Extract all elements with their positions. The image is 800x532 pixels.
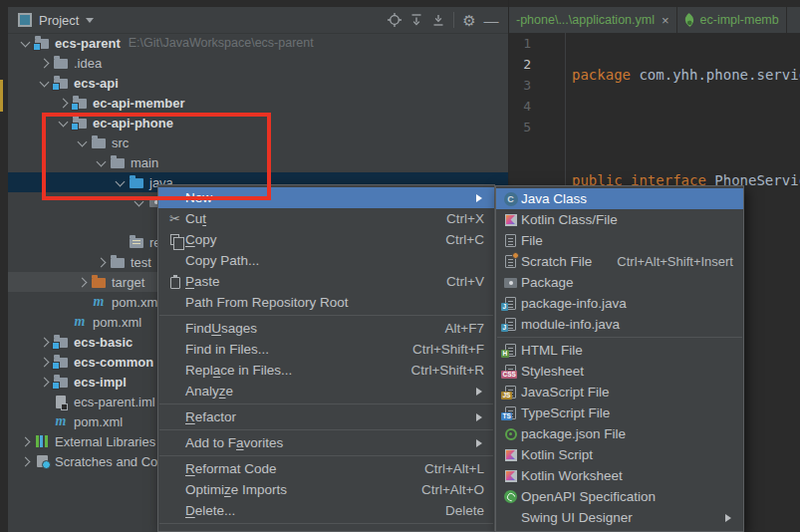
submenu-item-kotlin-script[interactable]: Kotlin Script [496,444,743,465]
kotlin-icon [502,211,519,228]
tree-row-ecs-parent[interactable]: ecs-parent E:\Git\JavaWorkspace\ecs-pare… [8,33,508,53]
locate-file-icon[interactable] [384,9,405,31]
menu-item-find-in-files[interactable]: Find in Files... Ctrl+Shift+F [158,339,494,360]
project-panel-header[interactable]: Project ⚙ — [8,7,508,34]
submenu-item-file[interactable]: File [496,230,743,251]
menu-separator [159,455,493,456]
chevron-right-icon[interactable] [94,252,110,272]
submenu-item-stylesheet[interactable]: CSS Stylesheet [496,361,743,382]
module-folder-icon [53,73,69,93]
code-line-2 [572,118,800,138]
no-icon [502,509,519,526]
submenu-item-editorconfig[interactable]: ⚙ EditorConfig File [496,528,743,532]
submenu-item-kotlin-worksheet[interactable]: Kotlin Worksheet [496,465,743,486]
submenu-item-package-info[interactable]: J package-info.java [496,293,743,314]
editor-tab-bar: -phone\...\application.yml × ec-impl-mem… [509,7,800,33]
menu-item-add-to-favorites[interactable]: Add to Favorites [158,432,494,453]
submenu-item-module-info[interactable]: J module-info.java [496,314,743,335]
tree-row-ec-api-phone[interactable]: ec-api-phone [8,113,508,133]
line-number: 1 [509,33,531,54]
submenu-item-scratch-file[interactable]: Scratch File Ctrl+Alt+Shift+Insert [496,251,743,272]
package-json-icon [502,425,519,442]
tab-application-yml[interactable]: -phone\...\application.yml × [509,7,677,33]
code-line-1: package com.yhh.phone.service [572,65,800,86]
tree-row-main[interactable]: main [8,152,508,172]
openapi-icon [502,488,519,505]
menu-item-paste[interactable]: Paste Ctrl+V [158,271,494,292]
chevron-right-icon[interactable] [37,332,53,352]
chevron-right-icon[interactable] [37,53,53,73]
chevron-down-icon[interactable] [113,172,129,192]
chevron-right-icon[interactable] [75,272,91,292]
menu-item-delete[interactable]: Delete... Delete [158,500,494,521]
collapse-all-icon[interactable] [427,9,449,31]
module-folder-icon [53,332,69,352]
submenu-item-package-json[interactable]: package.json File [496,423,743,444]
menu-item-analyze[interactable]: Analyze [158,381,494,401]
java-file-icon: J [502,316,519,333]
menu-item-refactor[interactable]: Refactor [158,406,494,427]
folder-icon [91,133,107,152]
chevron-down-icon[interactable] [37,73,53,93]
close-tab-icon[interactable]: × [662,13,669,28]
menu-item-reformat-code[interactable]: Reformat Code Ctrl+Alt+L [158,458,494,479]
tree-row-idea[interactable]: .idea [8,53,508,73]
chevron-down-icon[interactable] [75,133,91,152]
line-number: 4 [509,96,531,117]
kotlin-icon [502,467,519,484]
chevron-right-icon[interactable] [56,93,72,113]
settings-gear-icon[interactable]: ⚙ [458,9,480,31]
submenu-item-html-file[interactable]: H HTML File [496,340,743,361]
module-folder-icon [53,352,69,372]
tree-row-ecs-api[interactable]: ecs-api [8,73,508,93]
toolbar-divider [453,12,454,28]
menu-item-optimize-imports[interactable]: Optimize Imports Ctrl+Alt+O [158,479,494,500]
submenu-arrow-icon [725,514,735,522]
submenu-arrow-icon [476,194,486,202]
expand-all-icon[interactable] [405,9,427,31]
chevron-right-icon[interactable] [37,372,53,392]
tree-row-src[interactable]: src [8,133,508,152]
project-path: E:\Git\JavaWorkspace\ecs-parent [129,36,314,50]
menu-item-cut[interactable]: ✂ Cut Ctrl+X [158,208,494,229]
maven-file-icon: m [91,292,107,312]
chevron-down-icon[interactable] [132,192,147,212]
menu-item-new[interactable]: New [158,187,494,208]
submenu-item-java-class[interactable]: Java Class [496,188,743,209]
chevron-down-icon[interactable] [56,113,72,133]
js-file-icon: JS [502,384,519,400]
java-class-icon [502,190,519,207]
submenu-item-package[interactable]: Package [496,272,743,293]
submenu-item-kotlin-class[interactable]: Kotlin Class/File [496,209,743,230]
menu-separator [159,429,493,430]
chevron-right-icon[interactable] [18,451,34,471]
scratches-icon [34,451,50,471]
hide-panel-icon[interactable]: — [480,9,502,31]
no-icon [166,528,183,532]
menu-item-replace-in-files[interactable]: Replace in Files... Ctrl+Shift+R [158,360,494,381]
submenu-item-javascript-file[interactable]: JS JavaScript File [496,382,743,402]
menu-separator [159,315,493,316]
menu-item-copy-path[interactable]: Copy Path... [158,250,494,271]
html-file-icon: H [502,342,519,359]
submenu-item-typescript-file[interactable]: TS TypeScript File [496,402,743,423]
menu-item-find-usages[interactable]: Find Usages Alt+F7 [158,318,494,339]
submenu-arrow-icon [476,439,486,447]
menu-separator [497,337,742,338]
submenu-arrow-icon [476,388,486,396]
tree-row-ec-api-member[interactable]: ec-api-member [8,93,508,113]
chevron-down-icon[interactable] [86,18,94,27]
submenu-arrow-icon [476,413,486,421]
chevron-right-icon[interactable] [18,431,34,451]
package-icon [502,274,519,291]
tab-ec-impl-member[interactable]: ec-impl-memb [677,7,787,33]
menu-item-build-module[interactable]: Build Module 'ec-api-phone' [158,526,494,532]
submenu-item-swing-ui-designer[interactable]: Swing UI Designer [496,507,743,528]
menu-item-path-from-repository-root[interactable]: Path From Repository Root [158,292,494,313]
chevron-down-icon[interactable] [18,33,34,53]
chevron-right-icon[interactable] [37,352,53,372]
submenu-item-openapi[interactable]: OpenAPI Specification [496,486,743,507]
no-icon [166,408,183,425]
menu-item-copy[interactable]: Copy Ctrl+C [158,229,494,250]
chevron-down-icon[interactable] [94,152,110,172]
